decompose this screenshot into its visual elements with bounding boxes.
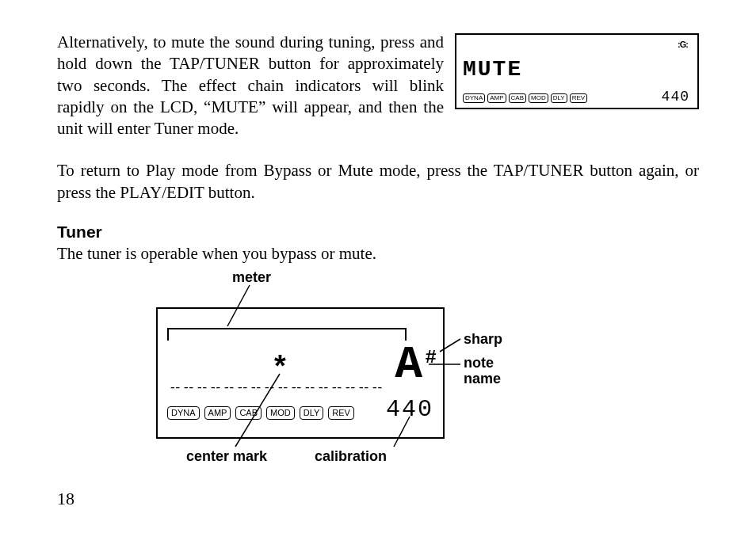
meter-seg: -- <box>342 381 356 395</box>
chip-cab-small: CAB <box>509 93 526 103</box>
effect-chain-chips: DYNA AMP CAB MOD DLY REV <box>167 406 354 420</box>
chip-rev: REV <box>328 406 354 420</box>
chip-rev-small: REV <box>570 93 587 103</box>
chip-dly-small: DLY <box>551 93 567 103</box>
paragraph-2: To return to Play mode from Bypass or Mu… <box>57 160 699 204</box>
meter-seg: -- <box>302 381 315 395</box>
effect-chain-chips-small: DYNA AMP CAB MOD DLY REV <box>463 93 587 103</box>
top-block: Alternatively, to mute the sound during … <box>57 32 699 139</box>
meter-seg: -- <box>262 381 275 395</box>
paragraph-3: The tuner is operable when you bypass or… <box>57 243 699 265</box>
meter-seg: -- <box>356 381 369 395</box>
meter-seg: -- <box>369 381 383 395</box>
tuner-diagram: meter sharp note name center mark calibr… <box>156 276 600 474</box>
meter-seg: -- <box>248 381 262 395</box>
chip-mod: MOD <box>266 406 295 420</box>
note-name-display: A <box>395 342 422 388</box>
chip-amp-small: AMP <box>487 93 506 103</box>
meter-seg: -- <box>181 381 194 395</box>
manual-page: Alternatively, to mute the sound during … <box>0 0 756 533</box>
calibration-display: 440 <box>386 396 433 423</box>
meter-seg: -- <box>235 381 248 395</box>
label-meter: meter <box>232 269 271 286</box>
chip-cab: CAB <box>235 406 262 420</box>
mute-lcd-figure: :G: MUTE DYNA AMP CAB MOD DLY REV 440 <box>455 33 699 109</box>
chip-dly: DLY <box>300 406 324 420</box>
tuner-heading: Tuner <box>57 223 699 242</box>
label-sharp: sharp <box>464 331 502 348</box>
meter-segments: -------------------------------- <box>167 380 405 395</box>
chip-dyna: DYNA <box>167 406 200 420</box>
tuner-lcd-figure: * -------------------------------- A # 4… <box>156 307 445 439</box>
guitar-mode-icon: :G: <box>678 40 688 49</box>
meter-seg: -- <box>315 381 329 395</box>
meter-seg: -- <box>167 381 181 395</box>
paragraph-1: Alternatively, to mute the sound during … <box>57 32 444 139</box>
meter-seg: -- <box>194 381 208 395</box>
chip-dyna-small: DYNA <box>463 93 485 103</box>
meter-seg: -- <box>208 381 221 395</box>
meter-seg: -- <box>329 381 342 395</box>
meter-seg: -- <box>288 381 302 395</box>
chip-mod-small: MOD <box>529 93 548 103</box>
label-note-line1: note <box>464 355 494 371</box>
label-calibration: calibration <box>315 448 387 465</box>
mute-lcd-text: MUTE <box>463 57 522 82</box>
label-note-line2: name <box>464 371 501 387</box>
chip-amp: AMP <box>204 406 231 420</box>
meter-bracket <box>167 328 407 341</box>
meter-seg: -- <box>221 381 235 395</box>
sharp-icon: # <box>426 347 437 368</box>
page-number: 18 <box>57 489 74 509</box>
calibration-small: 440 <box>662 89 689 105</box>
label-center-mark: center mark <box>186 448 267 465</box>
meter-seg: -- <box>275 381 288 395</box>
